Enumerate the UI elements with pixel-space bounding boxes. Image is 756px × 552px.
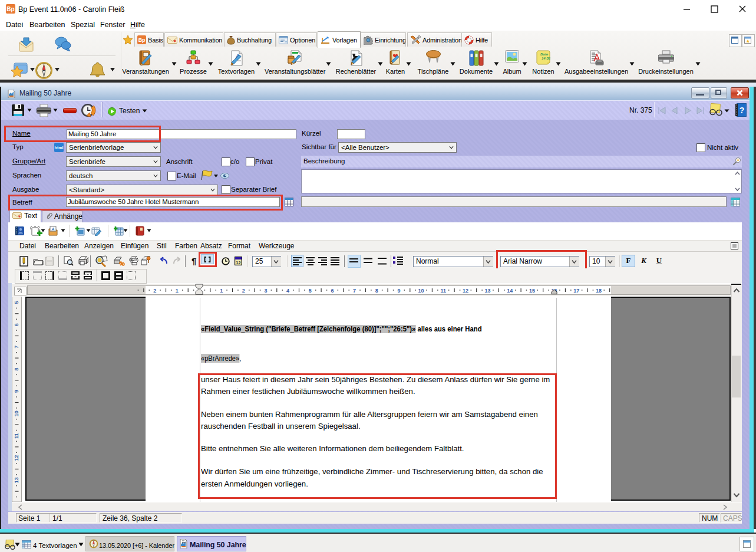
svg-text:11: 11	[14, 433, 19, 439]
svg-text:A: A	[51, 227, 54, 231]
svg-text:4: 4	[286, 288, 289, 294]
svg-text:Bp: Bp	[138, 37, 146, 43]
svg-text:5: 5	[309, 288, 312, 294]
svg-text:14: 14	[507, 288, 513, 294]
svg-text:1: 1	[176, 288, 179, 294]
svg-text:10: 10	[418, 288, 424, 294]
svg-text:html: html	[55, 146, 64, 150]
svg-text:Date: Date	[540, 52, 549, 56]
svg-text:13: 13	[14, 477, 19, 483]
svg-text:5: 5	[14, 301, 19, 304]
svg-text:3: 3	[264, 288, 267, 294]
svg-text:Bp: Bp	[6, 6, 14, 12]
svg-text:6: 6	[331, 288, 334, 294]
svg-text:6: 6	[14, 323, 19, 326]
svg-text:7: 7	[353, 288, 356, 294]
svg-text:8: 8	[14, 367, 19, 370]
svg-text:18: 18	[596, 288, 602, 294]
svg-text:?: ?	[740, 106, 745, 115]
svg-text:17: 17	[573, 288, 579, 294]
svg-text:2: 2	[242, 288, 245, 294]
svg-text:2: 2	[153, 288, 156, 294]
svg-text:11: 11	[441, 288, 447, 294]
svg-text:9: 9	[14, 390, 19, 393]
svg-text:10: 10	[14, 410, 19, 416]
svg-text:12: 12	[14, 455, 19, 461]
svg-text:15: 15	[529, 288, 535, 294]
svg-text:13: 13	[485, 288, 491, 294]
svg-text:7: 7	[14, 346, 19, 349]
svg-text:9: 9	[397, 288, 400, 294]
svg-text:12: 12	[463, 288, 468, 294]
svg-text:8: 8	[375, 288, 378, 294]
svg-text:14:50: 14:50	[542, 57, 550, 60]
svg-text:1: 1	[220, 288, 223, 294]
svg-text:12: 12	[236, 260, 240, 265]
